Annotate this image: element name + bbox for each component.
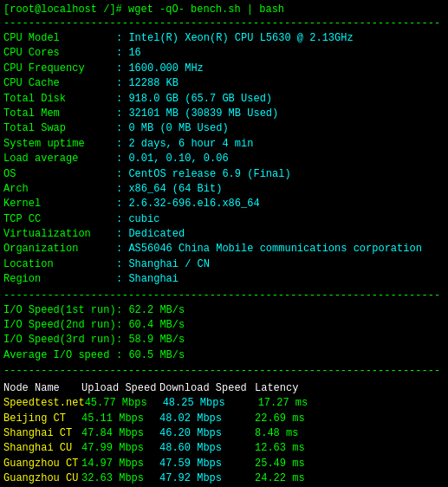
arch-label: Arch [3, 182, 116, 197]
cell-upload: 45.11 Mbps [81, 412, 159, 426]
table-header: Node Name Upload Speed Download Speed La… [3, 380, 445, 396]
cell-download: 48.60 Mbps [159, 441, 255, 456]
tcp-cc-value: : cubic [116, 212, 159, 227]
total-mem-value: : 32101 MB (30839 MB Used) [116, 107, 278, 121]
io-avg-label: Average I/O speed [3, 348, 116, 363]
cell-download: 47.92 Mbps [159, 471, 255, 486]
cell-latency: 24.22 ms [255, 471, 324, 486]
cell-node: Shanghai CU [3, 441, 81, 456]
cell-latency: 25.49 ms [255, 457, 324, 471]
cell-node: Guangzhou CU [3, 471, 81, 486]
io-section: I/O Speed(1st run): 62.2 MB/s I/O Speed(… [3, 303, 445, 364]
divider-mid: ----------------------------------------… [3, 289, 445, 302]
virt-label: Virtualization [3, 227, 116, 242]
total-swap-value: : 0 MB (0 MB Used) [116, 121, 229, 136]
total-swap-label: Total Swap [3, 121, 116, 136]
io-speed1-value: : 62.2 MB/s [116, 303, 185, 318]
table-row: Beijing CT 45.11 Mbps 48.02 Mbps 22.69 m… [3, 412, 445, 426]
table-rows: Speedtest.net 45.77 Mbps 48.25 Mbps 17.2… [3, 396, 445, 487]
terminal: [root@localhost /]# wget -qO- bench.sh |… [0, 0, 448, 487]
os-value: : CentOS release 6.9 (Final) [116, 167, 291, 182]
table-row: Speedtest.net 45.77 Mbps 48.25 Mbps 17.2… [3, 396, 445, 411]
cell-upload: 32.63 Mbps [81, 471, 159, 486]
cpu-model-value: : Intel(R) Xeon(R) CPU L5630 @ 2.13GHz [116, 31, 354, 46]
cell-latency: 17.27 ms [258, 396, 328, 411]
cpu-freq-label: CPU Frequency [3, 62, 116, 76]
system-uptime-label: System uptime [3, 137, 116, 152]
cell-download: 46.20 Mbps [159, 426, 255, 441]
cell-download: 48.25 Mbps [163, 396, 258, 411]
io-speed1-label: I/O Speed(1st run) [3, 303, 116, 318]
cell-latency: 22.69 ms [255, 412, 324, 426]
system-uptime-value: : 2 days, 6 hour 4 min [116, 137, 253, 152]
cell-node: Speedtest.net [3, 396, 85, 411]
cpu-model-label: CPU Model [3, 31, 116, 46]
cell-latency: 8.48 ms [255, 426, 324, 441]
kernel-label: Kernel [3, 197, 116, 211]
divider-bottom: ----------------------------------------… [3, 365, 445, 377]
location-label: Location [3, 257, 116, 272]
total-disk-label: Total Disk [3, 92, 116, 107]
region-value: : Shanghai [116, 272, 179, 287]
sysinfo-section: CPU Model: Intel(R) Xeon(R) CPU L5630 @ … [3, 31, 445, 288]
cell-upload: 47.84 Mbps [81, 426, 159, 441]
load-avg-label: Load average [3, 152, 116, 166]
table-row: Guangzhou CT 14.97 Mbps 47.59 Mbps 25.49… [3, 457, 445, 471]
table-row: Guangzhou CU 32.63 Mbps 47.92 Mbps 24.22… [3, 471, 445, 486]
col-header-latency: Latency [255, 380, 324, 396]
cell-node: Guangzhou CT [3, 457, 81, 471]
region-label: Region [3, 272, 116, 287]
io-speed2-value: : 60.4 MB/s [116, 318, 185, 333]
cell-download: 48.02 Mbps [159, 412, 255, 426]
io-speed3-value: : 58.9 MB/s [116, 333, 185, 347]
kernel-value: : 2.6.32-696.el6.x86_64 [116, 197, 260, 211]
table-row: Shanghai CT 47.84 Mbps 46.20 Mbps 8.48 m… [3, 426, 445, 441]
cell-upload: 47.99 Mbps [81, 441, 159, 456]
cpu-cache-value: : 12288 KB [116, 76, 179, 91]
cell-upload: 14.97 Mbps [81, 457, 159, 471]
io-speed2-label: I/O Speed(2nd run) [3, 318, 116, 333]
org-label: Organization [3, 242, 116, 256]
table-row: Shanghai CU 47.99 Mbps 48.60 Mbps 12.63 … [3, 441, 445, 456]
cpu-cores-value: : 16 [116, 46, 141, 61]
cpu-freq-value: : 1600.000 MHz [116, 62, 204, 76]
divider-top: ----------------------------------------… [3, 17, 445, 29]
col-header-node: Node Name [3, 380, 81, 396]
total-mem-label: Total Mem [3, 107, 116, 121]
cpu-cores-label: CPU Cores [3, 46, 116, 61]
col-header-download: Download Speed [159, 380, 255, 396]
cell-latency: 12.63 ms [255, 441, 324, 456]
virt-value: : Dedicated [116, 227, 185, 242]
cell-node: Beijing CT [3, 412, 81, 426]
table-section: Node Name Upload Speed Download Speed La… [3, 380, 445, 487]
io-speed3-label: I/O Speed(3rd run) [3, 333, 116, 347]
io-avg-value: : 60.5 MB/s [116, 348, 185, 363]
title-bar: [root@localhost /]# wget -qO- bench.sh |… [3, 3, 445, 16]
cpu-cache-label: CPU Cache [3, 76, 116, 91]
location-value: : Shanghai / CN [116, 257, 210, 272]
tcp-cc-label: TCP CC [3, 212, 116, 227]
cell-download: 47.59 Mbps [159, 457, 255, 471]
cell-upload: 45.77 Mbps [85, 396, 163, 411]
arch-value: : x86_64 (64 Bit) [116, 182, 222, 197]
os-label: OS [3, 167, 116, 182]
cell-node: Shanghai CT [3, 426, 81, 441]
col-header-upload: Upload Speed [81, 380, 159, 396]
load-avg-value: : 0.01, 0.10, 0.06 [116, 152, 229, 166]
total-disk-value: : 918.0 GB (65.7 GB Used) [116, 92, 272, 107]
org-value: : AS56046 China Mobile communications co… [116, 242, 422, 256]
